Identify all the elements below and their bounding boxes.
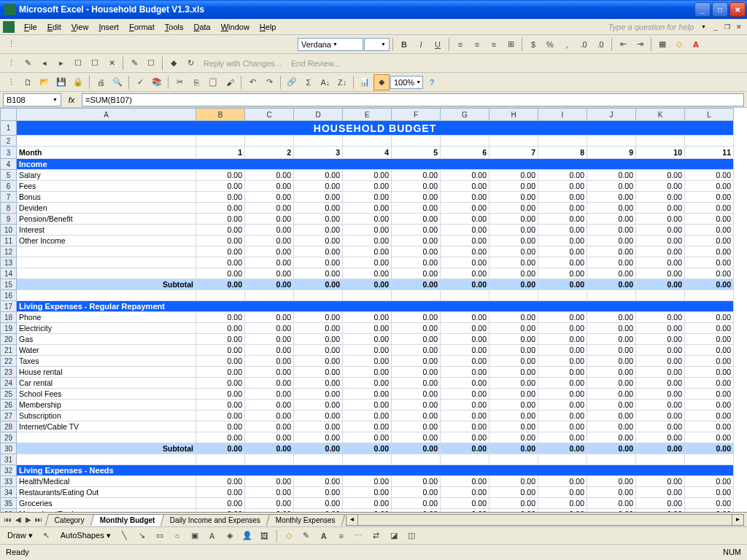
cell-B25[interactable]: 0.00: [196, 389, 245, 400]
cell-D9[interactable]: 0.00: [294, 214, 343, 225]
comma-button[interactable]: ,: [559, 36, 575, 52]
cell-I13[interactable]: 0.00: [538, 257, 587, 268]
cell-I14[interactable]: 0.00: [538, 268, 587, 279]
cell-A9[interactable]: Pension/Benefit: [17, 214, 196, 225]
cell-E2[interactable]: [343, 136, 392, 147]
cell-B33[interactable]: 0.00: [196, 476, 245, 487]
cell-E11[interactable]: 0.00: [343, 236, 392, 246]
cell-I28[interactable]: 0.00: [538, 421, 587, 432]
cell-I36[interactable]: 0.00: [538, 509, 587, 513]
undo-button[interactable]: ↶: [244, 74, 260, 90]
cell-G10[interactable]: 0.00: [441, 225, 489, 236]
cell-A36[interactable]: Magazines/Books: [17, 509, 196, 513]
underline-button[interactable]: U: [430, 36, 446, 52]
cell-L10[interactable]: 0.00: [685, 225, 734, 236]
cell-K12[interactable]: 0.00: [636, 246, 685, 257]
cell-K14[interactable]: 0.00: [636, 268, 685, 279]
cell-K33[interactable]: 0.00: [636, 476, 685, 487]
cell-I19[interactable]: 0.00: [538, 323, 587, 334]
oval-button[interactable]: ○: [169, 528, 185, 544]
copy-button[interactable]: ⎘: [188, 74, 204, 90]
borders-button[interactable]: ▦: [654, 36, 670, 52]
cell-D22[interactable]: 0.00: [294, 356, 343, 367]
cell-D31[interactable]: [294, 454, 343, 465]
cell-K34[interactable]: 0.00: [636, 487, 685, 498]
column-header-K[interactable]: K: [636, 109, 685, 121]
research-button[interactable]: 📚: [149, 74, 165, 90]
cell-G31[interactable]: [441, 454, 489, 465]
row-header-12[interactable]: 12: [1, 246, 17, 257]
cell-H24[interactable]: 0.00: [489, 378, 538, 389]
cell-G21[interactable]: 0.00: [441, 345, 489, 356]
cell-F13[interactable]: 0.00: [392, 257, 441, 268]
align-left-button[interactable]: ≡: [452, 36, 468, 52]
menu-data[interactable]: Data: [188, 21, 215, 33]
new-comment-button[interactable]: ✎: [20, 55, 36, 71]
cell-K11[interactable]: 0.00: [636, 236, 685, 246]
cell-B20[interactable]: 0.00: [196, 334, 245, 345]
cell-K30[interactable]: 0.00: [636, 443, 685, 454]
cell-E19[interactable]: 0.00: [343, 323, 392, 334]
cell-D5[interactable]: 0.00: [294, 170, 343, 181]
cell-month-6[interactable]: 6: [441, 147, 489, 159]
delete-comment-button[interactable]: ✕: [104, 55, 120, 71]
fx-icon[interactable]: fx: [64, 96, 79, 104]
percent-button[interactable]: %: [542, 36, 558, 52]
cell-I18[interactable]: 0.00: [538, 312, 587, 323]
cell-E30[interactable]: 0.00: [343, 443, 392, 454]
cell-C34[interactable]: 0.00: [245, 487, 294, 498]
cell-E16[interactable]: [343, 290, 392, 301]
column-header-L[interactable]: L: [685, 109, 734, 121]
cell-E29[interactable]: 0.00: [343, 432, 392, 443]
cell-C25[interactable]: 0.00: [245, 389, 294, 400]
sort-asc-button[interactable]: A↓: [317, 74, 333, 90]
formula-input[interactable]: =SUM(B107): [82, 93, 744, 106]
cell-I15[interactable]: 0.00: [538, 279, 587, 290]
fill-color-draw-button[interactable]: ◇: [281, 528, 297, 544]
column-header-F[interactable]: F: [392, 109, 441, 121]
cell-G24[interactable]: 0.00: [441, 378, 489, 389]
cell-A18[interactable]: Phone: [17, 312, 196, 323]
row-header-16[interactable]: 16: [1, 290, 17, 301]
cell-J36[interactable]: 0.00: [587, 509, 636, 513]
cell-F11[interactable]: 0.00: [392, 236, 441, 246]
cell-F27[interactable]: 0.00: [392, 411, 441, 421]
cell-G13[interactable]: 0.00: [441, 257, 489, 268]
doc-minimize-button[interactable]: _: [711, 22, 721, 32]
cell-J26[interactable]: 0.00: [587, 400, 636, 411]
column-header-G[interactable]: G: [441, 109, 489, 121]
cell-J12[interactable]: 0.00: [587, 246, 636, 257]
cell-A33[interactable]: Health/Medical: [17, 476, 196, 487]
cell-A19[interactable]: Electricity: [17, 323, 196, 334]
cell-K10[interactable]: 0.00: [636, 225, 685, 236]
cell-G27[interactable]: 0.00: [441, 411, 489, 421]
cell-K7[interactable]: 0.00: [636, 192, 685, 203]
cell-I23[interactable]: 0.00: [538, 367, 587, 378]
cell-L12[interactable]: 0.00: [685, 246, 734, 257]
cell-H16[interactable]: [489, 290, 538, 301]
cell-J9[interactable]: 0.00: [587, 214, 636, 225]
toolbar-handle-icon[interactable]: ⋮: [3, 36, 19, 52]
cell-K29[interactable]: 0.00: [636, 432, 685, 443]
cell-month-5[interactable]: 5: [392, 147, 441, 159]
column-header-I[interactable]: I: [538, 109, 587, 121]
cell-H25[interactable]: 0.00: [489, 389, 538, 400]
row-header-21[interactable]: 21: [1, 345, 17, 356]
row-header-32[interactable]: 32: [1, 465, 17, 476]
cell-F14[interactable]: 0.00: [392, 268, 441, 279]
cell-D18[interactable]: 0.00: [294, 312, 343, 323]
row-header-30[interactable]: 30: [1, 443, 17, 454]
help-search-box[interactable]: Type a question for help: [608, 23, 700, 31]
cell-E13[interactable]: 0.00: [343, 257, 392, 268]
cell-C26[interactable]: 0.00: [245, 400, 294, 411]
row-header-25[interactable]: 25: [1, 389, 17, 400]
row-header-4[interactable]: 4: [1, 159, 17, 170]
row-header-1[interactable]: 1: [1, 121, 17, 136]
arrow-button[interactable]: ↘: [134, 528, 150, 544]
cell-G30[interactable]: 0.00: [441, 443, 489, 454]
cell-H2[interactable]: [489, 136, 538, 147]
cell-B30[interactable]: 0.00: [196, 443, 245, 454]
cell-F24[interactable]: 0.00: [392, 378, 441, 389]
cell-F30[interactable]: 0.00: [392, 443, 441, 454]
align-right-button[interactable]: ≡: [486, 36, 502, 52]
